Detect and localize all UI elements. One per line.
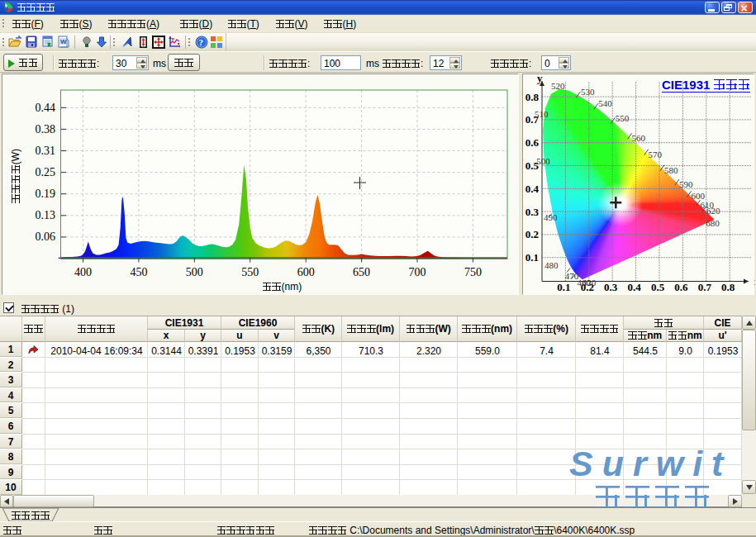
svg-text:530: 530 bbox=[581, 87, 595, 97]
svg-text:0.4: 0.4 bbox=[525, 183, 540, 195]
svg-text:0.44: 0.44 bbox=[36, 102, 56, 114]
svg-text:400: 400 bbox=[74, 266, 92, 278]
svg-text:x: x bbox=[754, 275, 755, 288]
svg-text:0.6: 0.6 bbox=[525, 136, 540, 149]
svg-text:590: 590 bbox=[679, 179, 693, 189]
svg-text:0.4: 0.4 bbox=[627, 281, 641, 293]
svg-text:550: 550 bbox=[241, 266, 259, 278]
svg-text:0.1: 0.1 bbox=[525, 251, 539, 264]
svg-text:500: 500 bbox=[186, 266, 203, 278]
svg-text:620: 620 bbox=[706, 206, 720, 216]
svg-text:580: 580 bbox=[664, 165, 678, 175]
svg-text:540: 540 bbox=[598, 98, 612, 108]
svg-text:0.8: 0.8 bbox=[525, 91, 540, 103]
svg-text:650: 650 bbox=[353, 266, 370, 278]
svg-text:0.25: 0.25 bbox=[36, 166, 56, 178]
svg-text:0.1: 0.1 bbox=[557, 281, 570, 293]
svg-text:0.8: 0.8 bbox=[721, 281, 735, 293]
svg-text:520: 520 bbox=[551, 81, 565, 91]
svg-text:0.06: 0.06 bbox=[36, 230, 56, 243]
svg-text:0.7: 0.7 bbox=[698, 281, 712, 293]
svg-text:0.31: 0.31 bbox=[36, 145, 56, 157]
svg-text:750: 750 bbox=[464, 266, 482, 278]
svg-text:0.6: 0.6 bbox=[674, 281, 688, 293]
svg-text:?: ? bbox=[199, 37, 204, 47]
svg-text:560: 560 bbox=[632, 133, 646, 143]
svg-text:510: 510 bbox=[535, 109, 549, 119]
svg-text:y: y bbox=[537, 74, 543, 84]
svg-text:680: 680 bbox=[706, 218, 720, 228]
svg-text:600: 600 bbox=[297, 266, 315, 278]
svg-text:0.38: 0.38 bbox=[36, 123, 56, 135]
svg-text:450: 450 bbox=[130, 266, 147, 278]
svg-text:0.3: 0.3 bbox=[604, 281, 618, 293]
svg-text:420: 420 bbox=[582, 278, 597, 288]
svg-text:550: 550 bbox=[616, 113, 630, 123]
svg-text:0.3: 0.3 bbox=[525, 206, 540, 218]
svg-text:500: 500 bbox=[536, 156, 550, 166]
svg-text:700: 700 bbox=[409, 266, 426, 278]
svg-text:570: 570 bbox=[649, 150, 663, 159]
svg-text:490: 490 bbox=[544, 212, 558, 222]
svg-text:480: 480 bbox=[544, 260, 559, 270]
svg-text:0.13: 0.13 bbox=[36, 209, 56, 221]
svg-text:0.19: 0.19 bbox=[36, 188, 56, 200]
svg-text:0.2: 0.2 bbox=[525, 228, 539, 240]
svg-text:W: W bbox=[60, 38, 67, 45]
svg-text:0.5: 0.5 bbox=[651, 281, 665, 293]
